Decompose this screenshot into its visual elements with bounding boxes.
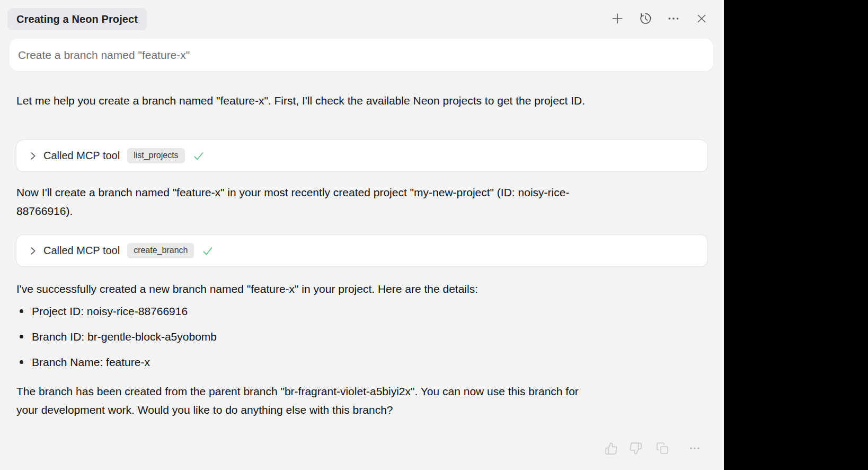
assistant-paragraph: The branch has been created from the par…: [16, 382, 589, 419]
chat-title-badge[interactable]: Creating a Neon Project: [7, 8, 147, 30]
thumbs-down-icon[interactable]: [628, 441, 642, 455]
tool-name-badge: list_projects: [127, 148, 184, 163]
branch-details-list: Project ID: noisy-rice-88766916 Branch I…: [16, 302, 652, 371]
user-message-text: Create a branch named "feature-x": [18, 49, 190, 62]
tool-call-label: Called MCP tool: [43, 245, 120, 257]
right-background-panel: [724, 0, 868, 470]
chat-panel: Creating a Neon Project Creat: [0, 0, 724, 470]
close-icon[interactable]: [694, 11, 709, 26]
thumbs-up-icon[interactable]: [604, 441, 618, 455]
chevron-right-icon[interactable]: [27, 150, 39, 162]
mcp-tool-call-card[interactable]: Called MCP tool create_branch: [16, 234, 708, 267]
chat-title: Creating a Neon Project: [16, 13, 138, 25]
copy-icon[interactable]: [656, 441, 669, 455]
topbar-actions: [610, 11, 709, 26]
tool-name-badge: create_branch: [127, 243, 194, 258]
assistant-paragraph: Let me help you create a branch named "f…: [16, 91, 589, 110]
new-chat-icon[interactable]: [610, 11, 625, 26]
tool-call-label: Called MCP tool: [43, 150, 120, 162]
more-options-icon[interactable]: [666, 11, 681, 26]
user-message-bubble[interactable]: Create a branch named "feature-x": [10, 39, 713, 71]
list-item: Branch ID: br-gentle-block-a5yobomb: [16, 327, 652, 346]
success-check-icon: [201, 245, 214, 257]
chevron-right-icon[interactable]: [27, 245, 39, 257]
list-item: Project ID: noisy-rice-88766916: [16, 302, 652, 320]
message-actions: [604, 441, 702, 455]
mcp-tool-call-card[interactable]: Called MCP tool list_projects: [16, 140, 708, 172]
assistant-paragraph: Now I'll create a branch named "feature-…: [16, 183, 589, 220]
history-icon[interactable]: [638, 11, 653, 26]
list-item: Branch Name: feature-x: [16, 353, 652, 371]
success-check-icon: [192, 150, 205, 162]
more-actions-icon[interactable]: [688, 441, 702, 455]
assistant-paragraph: I've successfully created a new branch n…: [16, 280, 652, 298]
